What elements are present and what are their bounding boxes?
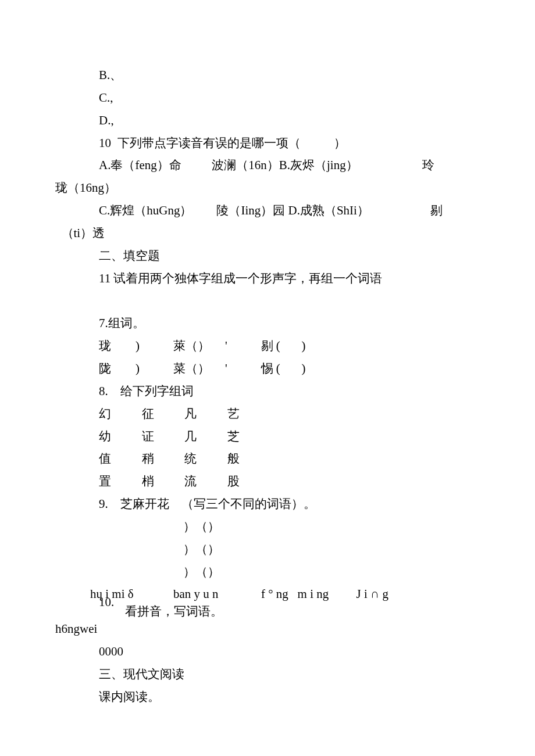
kewen-line: 课内阅读。 (55, 686, 480, 708)
q7-row-2: 陇 ) 菜（） ' 惕 ( ) (55, 357, 480, 380)
option-b: B.、 (55, 64, 480, 87)
zeros-line: 0000 (55, 640, 480, 663)
q9-title: 9. 芝麻开花 （写三个不同的词语）。 (55, 493, 480, 515)
q9-blank-3: ）（） (55, 561, 480, 583)
q7-title: 7.组词。 (55, 312, 480, 335)
q10-option-c-d: C.辉煌（huGng） 陵（Iing）园 D.成熟（ShIi） 剔 (55, 199, 480, 222)
q10-tail-1: 珑（16ng） (55, 177, 480, 199)
q10-stem: 10 下列带点字读音有误的是哪一项（ ） (55, 132, 480, 155)
q8-row-2: 幼 证 几 芝 (55, 425, 480, 448)
q10-number: 10. (99, 591, 114, 614)
q8-title: 8. 给下列字组词 (55, 380, 480, 403)
q10-pinyin-block: hų i mi δ ban y u n f ° ng m i ng J i ∩ … (55, 583, 480, 618)
q8-row-3: 值 稍 统 般 (55, 447, 480, 470)
q9-blank-1: ）（） (55, 515, 480, 538)
q8-row-1: 幻 征 凡 艺 (55, 403, 480, 425)
option-c: C., (55, 87, 480, 109)
hongwei-line: h6ngwei (55, 618, 480, 640)
q10-option-a-b: A.奉（feng）命 波澜（16n）B.灰烬（jing） 玲 (55, 154, 480, 177)
q11-stem: 11 试着用两个独体字组成一个形声字，再组一个词语 (55, 267, 480, 290)
q10-tail-2: （ti）透 (55, 222, 480, 245)
q10-text: 看拼音，写词语。 (125, 600, 223, 623)
q9-blank-2: ）（） (55, 538, 480, 561)
section-2-title: 二、填空题 (55, 245, 480, 267)
q7-row-1: 珑 ) 萊（） ' 剔 ( ) (55, 335, 480, 357)
section-3-title: 三、现代文阅读 (55, 663, 480, 686)
document-page: B.、 C., D., 10 下列带点字读音有误的是哪一项（ ） A.奉（fen… (0, 0, 535, 756)
option-d: D., (55, 109, 480, 132)
q8-row-4: 置 梢 流 股 (55, 470, 480, 493)
